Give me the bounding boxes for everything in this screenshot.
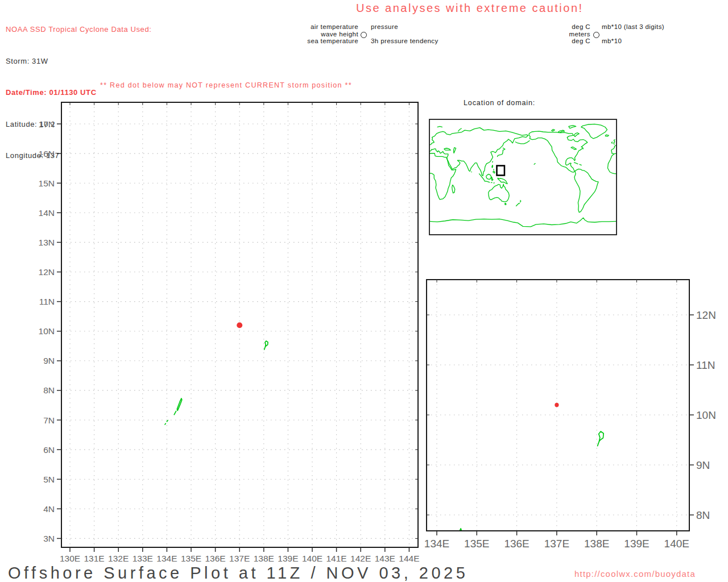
coastline	[453, 148, 456, 153]
main-plot-y-tick-label: 5N	[43, 475, 55, 484]
coastline	[571, 147, 577, 149]
coastline	[489, 184, 510, 202]
zoom-plot-y-tick-label: 10N	[696, 409, 716, 421]
zoom-plot-x-tick-label: 135E	[464, 538, 489, 550]
coastline	[491, 177, 493, 181]
main-plot-y-tick-label: 11N	[39, 297, 55, 306]
main-plot: 130E131E132E133E134E135E136E137E138E139E…	[39, 102, 420, 563]
coastline	[516, 203, 520, 206]
island-outline-yap-ngulu	[264, 341, 268, 350]
coastline	[505, 203, 506, 205]
coastline	[574, 169, 598, 212]
main-plot-y-tick-label: 16N	[39, 149, 55, 159]
coastline	[520, 200, 521, 202]
main-plot-y-tick-label: 6N	[43, 445, 55, 455]
coastline	[552, 129, 555, 131]
coastline	[611, 142, 613, 143]
coastline	[493, 161, 493, 163]
main-plot-x-tick-label: 143E	[375, 554, 395, 563]
coastline	[574, 133, 579, 137]
coastline	[429, 153, 456, 199]
main-plot-x-tick-label: 139E	[278, 554, 298, 563]
main-plot-x-tick-label: 138E	[254, 554, 274, 563]
zoom-plot-x-tick-label: 140E	[664, 538, 689, 550]
coastline	[493, 171, 495, 173]
coastline	[611, 145, 617, 154]
main-plot-x-tick-label: 137E	[229, 554, 250, 563]
coastline	[492, 165, 493, 168]
coastline	[607, 153, 616, 174]
zoom-plot-storm-dot	[555, 403, 559, 407]
island-outline-palau-main	[177, 398, 182, 410]
main-plot-y-tick-label: 17N	[39, 119, 55, 129]
coastline	[429, 218, 617, 227]
main-plot-y-tick-label: 9N	[43, 356, 55, 365]
main-plot-axis: 130E131E132E133E134E135E136E137E138E139E…	[39, 102, 420, 563]
coastline	[471, 172, 472, 172]
main-plot-x-tick-label: 135E	[181, 554, 201, 563]
main-plot-storm-dot	[237, 322, 242, 328]
main-plot-x-tick-label: 130E	[60, 554, 80, 563]
zoom-plot-x-tick-label: 139E	[624, 538, 649, 550]
main-plot-x-tick-label: 140E	[302, 554, 322, 563]
domain-inset	[429, 119, 617, 235]
island-outline-palau-dot-2	[165, 423, 166, 425]
coastline	[580, 164, 582, 165]
zoom-plot-coastlines	[433, 431, 603, 572]
island-outline-palau-tail	[449, 550, 452, 556]
island-outline-palau-main	[454, 529, 462, 549]
zoom-plot-y-tick-label: 9N	[696, 459, 710, 471]
main-plot-y-tick-label: 14N	[39, 208, 55, 218]
offshore-surface-plot-page: { "header": { "source_line": "NOAA SSD T…	[0, 0, 728, 582]
coastline	[569, 126, 576, 128]
main-plot-y-tick-label: 3N	[43, 534, 55, 543]
plot-canvas: 130E131E132E133E134E135E136E137E138E139E…	[0, 0, 728, 582]
coastline	[458, 128, 461, 132]
coastline	[574, 163, 578, 164]
main-plot-x-tick-label: 134E	[156, 554, 177, 563]
island-outline-yap-ngulu	[598, 431, 604, 446]
main-plot-y-tick-label: 15N	[39, 178, 55, 188]
main-plot-y-tick-label: 13N	[39, 238, 55, 247]
main-plot-x-tick-label: 133E	[133, 554, 153, 563]
coastline	[452, 185, 455, 193]
zoom-plot: 134E135E136E137E138E139E140E12N11N10N9N8…	[424, 280, 716, 572]
coastline	[486, 174, 491, 179]
coastline	[429, 128, 528, 176]
coastline	[484, 181, 490, 182]
coastline	[498, 178, 507, 184]
world-map-coastlines	[429, 124, 617, 226]
zoom-plot-x-tick-label: 138E	[584, 538, 609, 550]
main-plot-x-tick-label: 144E	[399, 554, 419, 563]
main-plot-x-tick-label: 142E	[350, 554, 371, 563]
zoom-plot-x-tick-label: 136E	[504, 538, 529, 550]
main-plot-x-tick-label: 136E	[205, 554, 225, 563]
zoom-plot-y-tick-label: 12N	[696, 309, 716, 321]
coastline	[437, 126, 442, 127]
coastline	[534, 163, 536, 164]
coastline	[581, 124, 607, 138]
zoom-plot-axis: 134E135E136E137E138E139E140E12N11N10N9N8…	[424, 280, 716, 550]
main-plot-y-tick-label: 10N	[39, 326, 55, 336]
coastline	[515, 140, 530, 144]
zoom-plot-x-tick-label: 137E	[544, 538, 569, 550]
main-plot-coastlines	[165, 341, 268, 425]
main-plot-y-tick-label: 8N	[43, 385, 55, 395]
zoom-plot-y-tick-label: 8N	[696, 509, 710, 521]
domain-box	[497, 166, 504, 176]
coastline	[614, 140, 615, 145]
source-url: http://coolwx.com/buoydata	[574, 569, 696, 579]
coastline	[493, 169, 494, 170]
coastline	[493, 183, 494, 184]
main-plot-y-tick-label: 12N	[39, 267, 55, 277]
main-plot-x-tick-label: 141E	[326, 554, 346, 563]
main-plot-x-tick-label: 131E	[84, 554, 104, 563]
island-outline-palau-dot-1	[167, 421, 168, 422]
zoom-plot-x-tick-label: 134E	[424, 538, 449, 550]
main-plot-y-tick-label: 4N	[43, 504, 55, 514]
coastline	[529, 131, 588, 172]
island-outline-palau-tail	[174, 411, 176, 414]
main-plot-x-tick-label: 132E	[108, 554, 129, 563]
main-plot-y-tick-label: 7N	[43, 415, 55, 425]
zoom-plot-y-tick-label: 11N	[696, 359, 715, 371]
